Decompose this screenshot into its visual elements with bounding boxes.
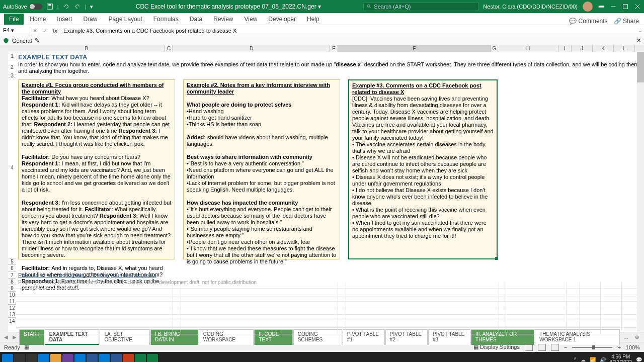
- pencil-icon[interactable]: ✎: [35, 37, 39, 44]
- row-header[interactable]: 13: [8, 311, 16, 318]
- zoom-slider[interactable]: [572, 347, 612, 348]
- notifications-icon[interactable]: 💬: [636, 357, 642, 363]
- sensitivity-label[interactable]: General: [12, 38, 32, 44]
- close-icon[interactable]: [634, 3, 641, 10]
- add-sheet-icon[interactable]: ⊕: [632, 334, 642, 340]
- maximize-icon[interactable]: [622, 3, 629, 10]
- task-view-icon[interactable]: [26, 354, 37, 362]
- ribbon-tab-formulas[interactable]: Formulas: [148, 14, 184, 25]
- example-3-cell[interactable]: Example #3. Comments on a CDC Facebook p…: [348, 79, 498, 259]
- sensitivity-bar: General ✎ ✕: [0, 36, 644, 45]
- ribbon-tab-review[interactable]: Review: [208, 14, 238, 25]
- column-header[interactable]: I: [558, 45, 572, 52]
- row-header[interactable]: 7: [8, 272, 16, 279]
- normal-view-icon[interactable]: [525, 344, 533, 351]
- row-header[interactable]: 5: [8, 258, 16, 265]
- ribbon-tab-home[interactable]: Home: [25, 14, 51, 25]
- column-header[interactable]: K: [593, 45, 614, 52]
- ribbon-tab-help[interactable]: Help: [302, 14, 325, 25]
- tab-scroll-left-icon[interactable]: ◀: [2, 334, 10, 340]
- start-button[interactable]: [2, 354, 13, 362]
- taskbar-app[interactable]: [87, 354, 98, 362]
- formula-input[interactable]: Example #3. Comments on a CDC Facebook p…: [60, 28, 636, 34]
- taskbar-app[interactable]: [147, 354, 158, 362]
- page-break-view-icon[interactable]: [551, 344, 559, 351]
- taskbar-app[interactable]: [50, 354, 61, 362]
- tab-scroll-right-icon[interactable]: ▶: [11, 334, 19, 340]
- intro-text: In order to show you how to enter, code …: [16, 60, 644, 74]
- row-header[interactable]: 1: [8, 52, 16, 60]
- zoom-in-icon[interactable]: +: [617, 344, 620, 350]
- ribbon-tab-page-layout[interactable]: Page Layout: [103, 14, 147, 25]
- comments-button[interactable]: 💬 Comments: [569, 18, 607, 25]
- enter-formula-icon[interactable]: ✓: [40, 25, 50, 36]
- accessibility-icon[interactable]: ▦: [24, 344, 29, 350]
- redo-icon[interactable]: [74, 3, 81, 10]
- column-header[interactable]: F: [338, 45, 491, 52]
- ribbon-options-icon[interactable]: [598, 3, 605, 10]
- example-2-cell[interactable]: Example #2. Notes from a key informant i…: [183, 79, 340, 259]
- column-header[interactable]: B: [8, 45, 165, 52]
- ribbon-tab-data[interactable]: Data: [185, 14, 207, 25]
- column-header[interactable]: H: [498, 45, 558, 52]
- save-icon[interactable]: [46, 3, 53, 10]
- column-header[interactable]: J: [572, 45, 593, 52]
- row-header[interactable]: 12: [8, 305, 16, 311]
- column-header[interactable]: C: [165, 45, 173, 52]
- expand-formula-icon[interactable]: ⌄: [636, 27, 644, 34]
- page-layout-view-icon[interactable]: [538, 344, 546, 351]
- clock[interactable]: 4:56 PM 8/22/2022: [610, 354, 632, 362]
- taskbar-app[interactable]: [99, 354, 110, 362]
- undo-icon[interactable]: [63, 3, 70, 10]
- tray-icon[interactable]: ☁: [581, 357, 586, 363]
- column-header[interactable]: G: [491, 45, 498, 52]
- share-button[interactable]: 🔗 Share: [614, 18, 639, 25]
- taskbar-app[interactable]: [74, 354, 86, 362]
- tray-chevron-icon[interactable]: ^: [574, 357, 577, 363]
- search-box[interactable]: Search (Alt+Q): [363, 2, 479, 11]
- tray-wifi-icon[interactable]: 📶: [590, 357, 596, 363]
- vertical-scrollbar[interactable]: [637, 52, 644, 332]
- row-header[interactable]: 10: [8, 292, 16, 298]
- tray-volume-icon[interactable]: 🔊: [600, 357, 606, 363]
- display-settings[interactable]: ▦ Display Settings: [473, 344, 520, 350]
- ribbon-tab-insert[interactable]: Insert: [52, 14, 77, 25]
- proceed-link[interactable]: Proceed to next worksheet, 1. Define you…: [16, 271, 644, 279]
- row-header[interactable]: 8: [8, 279, 16, 285]
- column-header[interactable]: D: [173, 45, 330, 52]
- taskbar-app[interactable]: [62, 354, 73, 362]
- cancel-formula-icon[interactable]: ✕: [30, 25, 40, 36]
- taskbar-app[interactable]: [111, 354, 122, 362]
- row-header[interactable]: 11: [8, 298, 16, 305]
- row-header[interactable]: 9: [8, 285, 16, 292]
- autosave-toggle[interactable]: AutoSave: [3, 4, 42, 10]
- user-name[interactable]: Nestor, Ciara (CDC/DDID/NCEZID/00): [483, 4, 578, 10]
- taskbar-app[interactable]: [123, 354, 134, 362]
- column-header[interactable]: L: [614, 45, 635, 52]
- zoom-out-icon[interactable]: −: [564, 344, 567, 350]
- ribbon-tab-draw[interactable]: Draw: [78, 14, 102, 25]
- ribbon-tab-view[interactable]: View: [239, 14, 263, 25]
- avatar[interactable]: [583, 2, 593, 12]
- more-tabs-icon[interactable]: …: [620, 334, 631, 340]
- taskbar-app[interactable]: [38, 354, 49, 362]
- name-box[interactable]: F4 ▾: [0, 27, 30, 34]
- row-header[interactable]: 14: [8, 318, 16, 324]
- ribbon-tab-file[interactable]: File: [4, 14, 24, 25]
- example-1-cell[interactable]: Example #1. Focus group conducted with m…: [18, 79, 175, 259]
- ribbon-tab-developer[interactable]: Developer: [263, 14, 301, 25]
- zoom-level[interactable]: 100%: [626, 344, 640, 350]
- row-header[interactable]: 6: [8, 265, 16, 272]
- column-header[interactable]: E: [330, 45, 338, 52]
- column-headers: BCDEFGHIJKL: [8, 45, 644, 52]
- minimize-icon[interactable]: [610, 3, 617, 10]
- search-taskbar-icon[interactable]: [14, 354, 25, 362]
- spreadsheet-grid: BCDEFGHIJKL 1234567891011121314 EXAMPLE …: [0, 45, 644, 332]
- close-sensitivity-icon[interactable]: ✕: [636, 37, 641, 44]
- taskbar-app[interactable]: [135, 354, 146, 362]
- svg-point-2: [368, 5, 370, 7]
- dropdown-icon[interactable]: ▾: [90, 4, 93, 10]
- row-header[interactable]: 2: [8, 60, 16, 74]
- row-header[interactable]: 4: [8, 77, 16, 258]
- fx-icon[interactable]: fx: [50, 25, 60, 36]
